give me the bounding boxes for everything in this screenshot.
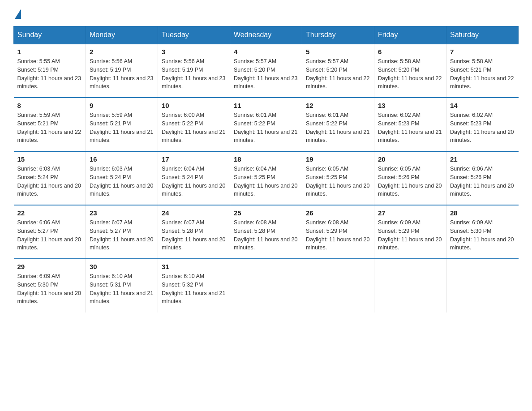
day-number: 19 (306, 155, 370, 163)
day-number: 21 (450, 155, 515, 163)
calendar-week-row: 29 Sunrise: 6:09 AMSunset: 5:30 PMDaylig… (14, 259, 519, 313)
day-number: 28 (450, 209, 515, 217)
day-number: 5 (306, 48, 370, 56)
calendar-cell: 19 Sunrise: 6:05 AMSunset: 5:25 PMDaylig… (302, 151, 374, 205)
day-number: 17 (162, 155, 226, 163)
day-info: Sunrise: 6:05 AMSunset: 5:25 PMDaylight:… (306, 166, 369, 197)
day-info: Sunrise: 6:06 AMSunset: 5:27 PMDaylight:… (17, 219, 81, 251)
day-info: Sunrise: 5:58 AMSunset: 5:21 PMDaylight:… (450, 58, 514, 90)
calendar-header-sunday: Sunday (14, 26, 86, 44)
calendar-cell: 15 Sunrise: 6:03 AMSunset: 5:24 PMDaylig… (14, 151, 86, 205)
day-info: Sunrise: 5:57 AMSunset: 5:20 PMDaylight:… (306, 58, 369, 90)
calendar-week-row: 22 Sunrise: 6:06 AMSunset: 5:27 PMDaylig… (14, 205, 519, 259)
day-number: 23 (90, 209, 154, 217)
day-number: 1 (17, 48, 82, 56)
calendar-cell: 20 Sunrise: 6:05 AMSunset: 5:26 PMDaylig… (374, 151, 446, 205)
calendar-cell: 25 Sunrise: 6:08 AMSunset: 5:28 PMDaylig… (230, 205, 302, 259)
day-number: 2 (90, 48, 154, 56)
calendar-header-tuesday: Tuesday (158, 26, 230, 44)
calendar-cell (230, 259, 302, 313)
day-number: 26 (306, 209, 370, 217)
calendar-cell (446, 259, 519, 313)
day-number: 4 (234, 48, 298, 56)
calendar-cell: 13 Sunrise: 6:02 AMSunset: 5:23 PMDaylig… (374, 98, 446, 151)
calendar-cell: 6 Sunrise: 5:58 AMSunset: 5:20 PMDayligh… (374, 44, 446, 98)
calendar-header-thursday: Thursday (302, 26, 374, 44)
calendar-cell: 2 Sunrise: 5:56 AMSunset: 5:19 PMDayligh… (86, 44, 158, 98)
day-number: 27 (378, 209, 442, 217)
day-number: 30 (90, 263, 154, 270)
calendar-cell: 1 Sunrise: 5:55 AMSunset: 5:19 PMDayligh… (14, 44, 86, 98)
calendar-cell: 3 Sunrise: 5:56 AMSunset: 5:19 PMDayligh… (158, 44, 230, 98)
calendar-header-wednesday: Wednesday (230, 26, 302, 44)
calendar-cell: 21 Sunrise: 6:06 AMSunset: 5:26 PMDaylig… (446, 151, 519, 205)
calendar-cell (374, 259, 446, 313)
calendar-cell: 31 Sunrise: 6:10 AMSunset: 5:32 PMDaylig… (158, 259, 230, 313)
day-info: Sunrise: 6:02 AMSunset: 5:23 PMDaylight:… (378, 112, 442, 143)
calendar-cell: 29 Sunrise: 6:09 AMSunset: 5:30 PMDaylig… (14, 259, 86, 313)
calendar-cell: 24 Sunrise: 6:07 AMSunset: 5:28 PMDaylig… (158, 205, 230, 259)
calendar-cell: 9 Sunrise: 5:59 AMSunset: 5:21 PMDayligh… (86, 98, 158, 151)
calendar-header-monday: Monday (86, 26, 158, 44)
calendar-table: SundayMondayTuesdayWednesdayThursdayFrid… (13, 26, 519, 313)
day-number: 31 (162, 263, 226, 270)
day-info: Sunrise: 6:05 AMSunset: 5:26 PMDaylight:… (378, 166, 442, 197)
calendar-header-row: SundayMondayTuesdayWednesdayThursdayFrid… (14, 26, 519, 44)
day-number: 12 (306, 102, 370, 109)
day-info: Sunrise: 5:56 AMSunset: 5:19 PMDaylight:… (90, 58, 153, 90)
day-number: 20 (378, 155, 442, 163)
day-number: 7 (450, 48, 515, 56)
day-info: Sunrise: 5:55 AMSunset: 5:19 PMDaylight:… (17, 58, 81, 90)
day-info: Sunrise: 6:06 AMSunset: 5:26 PMDaylight:… (450, 166, 514, 197)
calendar-cell: 11 Sunrise: 6:01 AMSunset: 5:22 PMDaylig… (230, 98, 302, 151)
day-info: Sunrise: 6:09 AMSunset: 5:30 PMDaylight:… (17, 273, 81, 304)
calendar-cell: 22 Sunrise: 6:06 AMSunset: 5:27 PMDaylig… (14, 205, 86, 259)
day-info: Sunrise: 6:10 AMSunset: 5:31 PMDaylight:… (90, 273, 153, 304)
calendar-cell: 18 Sunrise: 6:04 AMSunset: 5:25 PMDaylig… (230, 151, 302, 205)
day-info: Sunrise: 5:56 AMSunset: 5:19 PMDaylight:… (162, 58, 225, 90)
day-info: Sunrise: 6:09 AMSunset: 5:29 PMDaylight:… (378, 219, 442, 251)
day-info: Sunrise: 5:59 AMSunset: 5:21 PMDaylight:… (90, 112, 153, 143)
day-info: Sunrise: 6:08 AMSunset: 5:28 PMDaylight:… (234, 219, 297, 251)
day-number: 8 (17, 102, 82, 109)
logo (13, 9, 21, 17)
page-header (13, 9, 519, 17)
day-info: Sunrise: 6:10 AMSunset: 5:32 PMDaylight:… (162, 273, 225, 304)
day-number: 22 (17, 209, 82, 217)
day-number: 24 (162, 209, 226, 217)
calendar-cell: 5 Sunrise: 5:57 AMSunset: 5:20 PMDayligh… (302, 44, 374, 98)
logo-triangle-icon (15, 9, 21, 19)
calendar-cell: 28 Sunrise: 6:09 AMSunset: 5:30 PMDaylig… (446, 205, 519, 259)
day-info: Sunrise: 6:03 AMSunset: 5:24 PMDaylight:… (17, 166, 81, 197)
day-number: 13 (378, 102, 442, 109)
day-number: 9 (90, 102, 154, 109)
day-number: 6 (378, 48, 442, 56)
day-info: Sunrise: 6:09 AMSunset: 5:30 PMDaylight:… (450, 219, 514, 251)
day-number: 11 (234, 102, 298, 109)
day-number: 15 (17, 155, 82, 163)
calendar-cell: 23 Sunrise: 6:07 AMSunset: 5:27 PMDaylig… (86, 205, 158, 259)
calendar-cell: 7 Sunrise: 5:58 AMSunset: 5:21 PMDayligh… (446, 44, 519, 98)
calendar-week-row: 8 Sunrise: 5:59 AMSunset: 5:21 PMDayligh… (14, 98, 519, 151)
calendar-header-friday: Friday (374, 26, 446, 44)
day-number: 29 (17, 263, 82, 270)
calendar-cell: 4 Sunrise: 5:57 AMSunset: 5:20 PMDayligh… (230, 44, 302, 98)
day-info: Sunrise: 6:01 AMSunset: 5:22 PMDaylight:… (234, 112, 297, 143)
calendar-week-row: 1 Sunrise: 5:55 AMSunset: 5:19 PMDayligh… (14, 44, 519, 98)
calendar-week-row: 15 Sunrise: 6:03 AMSunset: 5:24 PMDaylig… (14, 151, 519, 205)
calendar-cell: 14 Sunrise: 6:02 AMSunset: 5:23 PMDaylig… (446, 98, 519, 151)
calendar-cell: 17 Sunrise: 6:04 AMSunset: 5:24 PMDaylig… (158, 151, 230, 205)
day-number: 18 (234, 155, 298, 163)
calendar-cell (302, 259, 374, 313)
day-info: Sunrise: 6:00 AMSunset: 5:22 PMDaylight:… (162, 112, 225, 143)
day-info: Sunrise: 5:58 AMSunset: 5:20 PMDaylight:… (378, 58, 442, 90)
day-info: Sunrise: 6:04 AMSunset: 5:24 PMDaylight:… (162, 166, 225, 197)
calendar-cell: 8 Sunrise: 5:59 AMSunset: 5:21 PMDayligh… (14, 98, 86, 151)
calendar-cell: 16 Sunrise: 6:03 AMSunset: 5:24 PMDaylig… (86, 151, 158, 205)
day-number: 16 (90, 155, 154, 163)
day-info: Sunrise: 6:03 AMSunset: 5:24 PMDaylight:… (90, 166, 153, 197)
day-info: Sunrise: 6:07 AMSunset: 5:27 PMDaylight:… (90, 219, 153, 251)
day-number: 3 (162, 48, 226, 56)
day-info: Sunrise: 6:01 AMSunset: 5:22 PMDaylight:… (306, 112, 369, 143)
calendar-cell: 27 Sunrise: 6:09 AMSunset: 5:29 PMDaylig… (374, 205, 446, 259)
